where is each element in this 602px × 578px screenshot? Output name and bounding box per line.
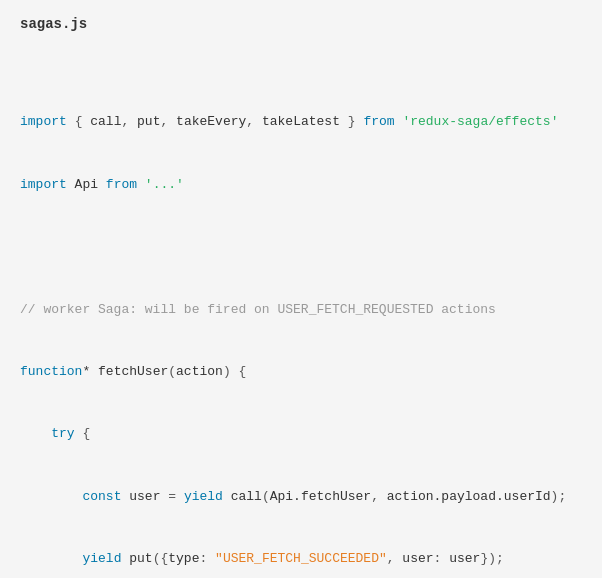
code-line-comment-1: // worker Saga: will be fired on USER_FE… — [20, 300, 582, 321]
code-line-yield1: yield put({type: "USER_FETCH_SUCCEEDED",… — [20, 549, 582, 570]
code-line-func1: function* fetchUser(action) { — [20, 362, 582, 383]
main-container: sagas.js import { call, put, takeEvery, … — [0, 0, 602, 578]
code-line-1: import { call, put, takeEvery, takeLates… — [20, 112, 582, 133]
code-line-try: try { — [20, 424, 582, 445]
code-block: import { call, put, takeEvery, takeLates… — [20, 50, 582, 578]
code-line-blank-1 — [20, 237, 582, 258]
code-line-2: import Api from '...' — [20, 175, 582, 196]
code-line-const: const user = yield call(Api.fetchUser, a… — [20, 487, 582, 508]
file-title: sagas.js — [20, 16, 582, 32]
